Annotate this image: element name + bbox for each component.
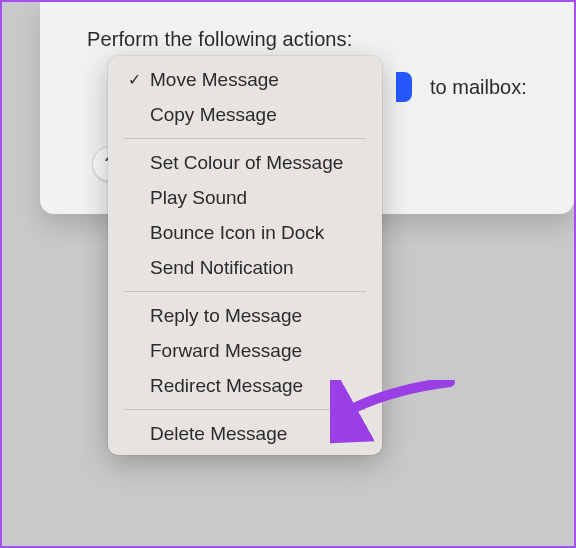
menu-item-label: Reply to Message — [150, 305, 302, 327]
menu-item-forward-message[interactable]: Forward Message — [108, 333, 382, 368]
menu-item-reply-to-message[interactable]: Reply to Message — [108, 298, 382, 333]
menu-item-label: Play Sound — [150, 187, 247, 209]
menu-item-label: Bounce Icon in Dock — [150, 222, 324, 244]
menu-item-play-sound[interactable]: Play Sound — [108, 180, 382, 215]
menu-item-send-notification[interactable]: Send Notification — [108, 250, 382, 285]
menu-item-label: Send Notification — [150, 257, 294, 279]
menu-item-label: Move Message — [150, 69, 279, 91]
menu-item-label: Redirect Message — [150, 375, 303, 397]
menu-separator — [124, 409, 366, 410]
menu-item-set-colour[interactable]: Set Colour of Message — [108, 145, 382, 180]
action-dropdown-menu: ✓ Move Message Copy Message Set Colour o… — [108, 56, 382, 455]
menu-item-move-message[interactable]: ✓ Move Message — [108, 62, 382, 97]
actions-heading: Perform the following actions: — [87, 28, 352, 51]
menu-separator — [124, 291, 366, 292]
check-icon: ✓ — [128, 70, 150, 89]
menu-separator — [124, 138, 366, 139]
mailbox-label: to mailbox: — [430, 76, 527, 99]
menu-item-copy-message[interactable]: Copy Message — [108, 97, 382, 132]
menu-item-label: Forward Message — [150, 340, 302, 362]
menu-item-label: Set Colour of Message — [150, 152, 343, 174]
menu-item-delete-message[interactable]: Delete Message — [108, 416, 382, 451]
menu-item-bounce-icon[interactable]: Bounce Icon in Dock — [108, 215, 382, 250]
action-select-right-edge[interactable] — [396, 72, 412, 102]
menu-item-label: Delete Message — [150, 423, 287, 445]
menu-item-redirect-message[interactable]: Redirect Message — [108, 368, 382, 403]
menu-item-label: Copy Message — [150, 104, 277, 126]
